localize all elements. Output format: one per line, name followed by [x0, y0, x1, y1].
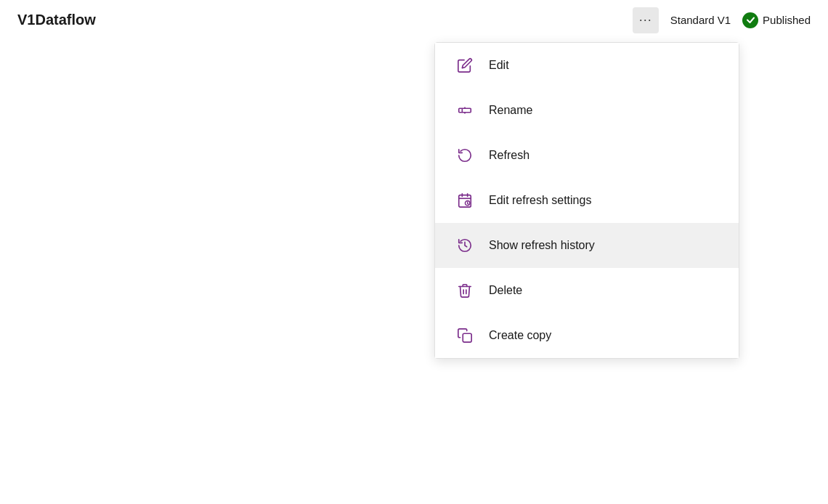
- published-check-icon: [742, 12, 758, 28]
- rename-icon: [455, 101, 474, 120]
- svg-rect-11: [463, 333, 471, 342]
- edit-icon: [455, 56, 474, 75]
- refresh-icon: [455, 146, 474, 165]
- published-badge: Published: [742, 12, 811, 28]
- more-button[interactable]: ···: [633, 7, 659, 33]
- menu-item-create-copy[interactable]: Create copy: [435, 313, 739, 358]
- menu-item-show-refresh-history[interactable]: Show refresh history: [435, 223, 739, 268]
- svg-rect-0: [459, 108, 471, 113]
- standard-label: Standard V1: [670, 14, 731, 26]
- svg-line-10: [468, 203, 468, 204]
- context-menu: Edit Rename Refresh: [434, 42, 739, 359]
- header-right: ··· Standard V1 Published: [633, 7, 811, 33]
- menu-item-refresh[interactable]: Refresh: [435, 133, 739, 178]
- menu-label-create-copy: Create copy: [489, 329, 551, 342]
- menu-item-edit-refresh-settings[interactable]: Edit refresh settings: [435, 178, 739, 223]
- delete-icon: [455, 281, 474, 300]
- menu-label-edit: Edit: [489, 59, 509, 72]
- history-icon: [455, 236, 474, 255]
- menu-item-delete[interactable]: Delete: [435, 268, 739, 313]
- menu-item-edit[interactable]: Edit: [435, 43, 739, 88]
- menu-item-rename[interactable]: Rename: [435, 88, 739, 133]
- page-title: V1Dataflow: [17, 12, 96, 28]
- menu-label-delete: Delete: [489, 284, 522, 297]
- menu-label-edit-refresh-settings: Edit refresh settings: [489, 194, 591, 207]
- menu-label-show-refresh-history: Show refresh history: [489, 239, 595, 252]
- copy-icon: [455, 326, 474, 345]
- calendar-icon: [455, 191, 474, 210]
- menu-label-rename: Rename: [489, 104, 532, 117]
- header-bar: V1Dataflow ··· Standard V1 Published: [0, 0, 828, 40]
- published-label: Published: [763, 14, 811, 26]
- more-dots: ···: [639, 12, 652, 28]
- menu-label-refresh: Refresh: [489, 149, 529, 162]
